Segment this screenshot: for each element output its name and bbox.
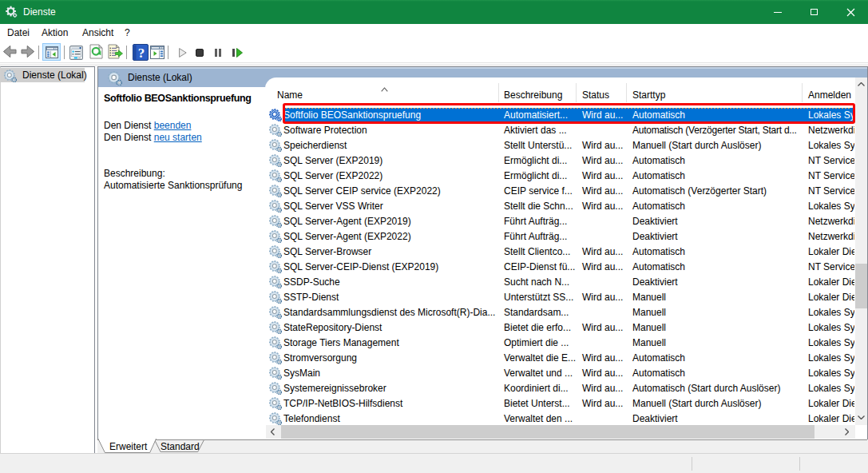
svg-text:?: ?: [138, 46, 145, 61]
